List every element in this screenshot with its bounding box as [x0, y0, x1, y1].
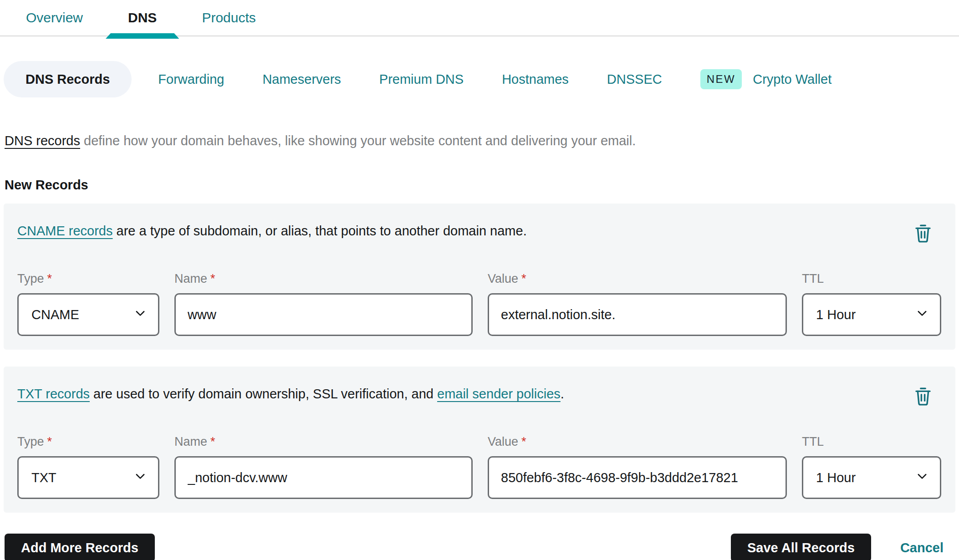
txt-desc-middle: are used to verify domain ownership, SSL… [90, 387, 437, 401]
chevron-down-icon [133, 306, 147, 323]
subtab-forwarding-label: Forwarding [158, 72, 224, 87]
txt-value-input[interactable] [488, 456, 787, 499]
subtab-nameservers[interactable]: Nameservers [262, 72, 341, 87]
subtab-nameservers-label: Nameservers [262, 72, 341, 87]
txt-type-value: TXT [31, 470, 56, 485]
txt-name-label: Name* [174, 435, 473, 449]
new-records-heading: New Records [5, 178, 954, 193]
cname-ttl-label: TTL [802, 272, 941, 286]
delete-txt-record-button[interactable] [913, 386, 933, 408]
cname-ttl-value: 1 Hour [816, 307, 856, 322]
cname-name-label: Name* [174, 272, 473, 286]
save-all-records-button[interactable]: Save All Records [731, 534, 871, 560]
cname-type-value: CNAME [31, 307, 79, 322]
cname-records-link[interactable]: CNAME records [17, 224, 113, 238]
txt-type-field: Type* TXT [17, 435, 159, 499]
required-asterisk: * [210, 435, 215, 448]
txt-ttl-value: 1 Hour [816, 470, 856, 485]
trash-icon [913, 240, 933, 247]
required-asterisk: * [47, 272, 52, 285]
required-asterisk: * [210, 272, 215, 285]
subtab-crypto-wallet-label: Crypto Wallet [753, 72, 831, 87]
txt-value-field: Value* [488, 435, 787, 499]
subtab-premium-dns-label: Premium DNS [379, 72, 464, 87]
txt-type-label: Type* [17, 435, 159, 449]
subtab-dnssec-label: DNSSEC [607, 72, 662, 87]
tab-overview[interactable]: Overview [26, 0, 83, 36]
txt-type-select[interactable]: TXT [17, 456, 159, 499]
chevron-down-icon [133, 469, 147, 486]
subtab-dns-records-label: DNS Records [26, 72, 110, 87]
subtab-hostnames-label: Hostnames [502, 72, 569, 87]
tab-products-label: Products [202, 10, 255, 25]
record-card-cname: CNAME records are a type of subdomain, o… [4, 204, 955, 350]
txt-name-input[interactable] [174, 456, 473, 499]
txt-card-description: TXT records are used to verify domain ow… [17, 385, 564, 403]
subtab-crypto-wallet[interactable]: NEW Crypto Wallet [700, 69, 832, 89]
cname-value-input[interactable] [488, 293, 787, 336]
email-sender-policies-link[interactable]: email sender policies [437, 387, 561, 401]
tab-dns[interactable]: DNS [128, 0, 157, 36]
cname-type-field: Type* CNAME [17, 272, 159, 336]
trash-icon [913, 403, 933, 410]
add-more-records-button[interactable]: Add More Records [5, 534, 155, 560]
tab-dns-label: DNS [128, 10, 157, 25]
txt-value-label: Value* [488, 435, 787, 449]
tab-products[interactable]: Products [202, 0, 255, 36]
cname-name-field: Name* [174, 272, 473, 336]
cname-value-field: Value* [488, 272, 787, 336]
cname-value-label: Value* [488, 272, 787, 286]
required-asterisk: * [521, 435, 526, 448]
chevron-down-icon [915, 469, 929, 486]
txt-ttl-label: TTL [802, 435, 941, 449]
active-tab-underline [106, 33, 179, 39]
required-asterisk: * [47, 435, 52, 448]
tab-overview-label: Overview [26, 10, 83, 25]
cname-name-input[interactable] [174, 293, 473, 336]
cancel-link[interactable]: Cancel [900, 540, 944, 555]
cname-type-select[interactable]: CNAME [17, 293, 159, 336]
dns-intro-rest: define how your domain behaves, like sho… [80, 133, 636, 148]
chevron-down-icon [915, 306, 929, 323]
record-card-txt: TXT records are used to verify domain ow… [4, 367, 955, 513]
txt-desc-rest: . [561, 387, 564, 401]
txt-ttl-field: TTL 1 Hour [802, 435, 941, 499]
subtab-dns-records[interactable]: DNS Records [4, 61, 132, 97]
delete-cname-record-button[interactable] [913, 223, 933, 245]
records-footer-actions: Add More Records Save All Records Cancel [5, 534, 954, 560]
new-badge: NEW [700, 69, 742, 89]
dns-records-link[interactable]: DNS records [5, 133, 80, 148]
cname-type-label: Type* [17, 272, 159, 286]
dns-intro-text: DNS records define how your domain behav… [5, 131, 954, 150]
cname-card-description: CNAME records are a type of subdomain, o… [17, 222, 527, 240]
subtab-dnssec[interactable]: DNSSEC [607, 72, 662, 87]
cname-ttl-select[interactable]: 1 Hour [802, 293, 941, 336]
txt-ttl-select[interactable]: 1 Hour [802, 456, 941, 499]
subtab-forwarding[interactable]: Forwarding [158, 72, 224, 87]
subtab-hostnames[interactable]: Hostnames [502, 72, 569, 87]
txt-records-link[interactable]: TXT records [17, 387, 90, 401]
cname-ttl-field: TTL 1 Hour [802, 272, 941, 336]
required-asterisk: * [521, 272, 526, 285]
dns-subtabs: DNS Records Forwarding Nameservers Premi… [4, 61, 955, 97]
domain-tabbar: Overview DNS Products [0, 0, 959, 36]
subtab-premium-dns[interactable]: Premium DNS [379, 72, 464, 87]
txt-name-field: Name* [174, 435, 473, 499]
cname-desc-rest: are a type of subdomain, or alias, that … [113, 224, 527, 238]
